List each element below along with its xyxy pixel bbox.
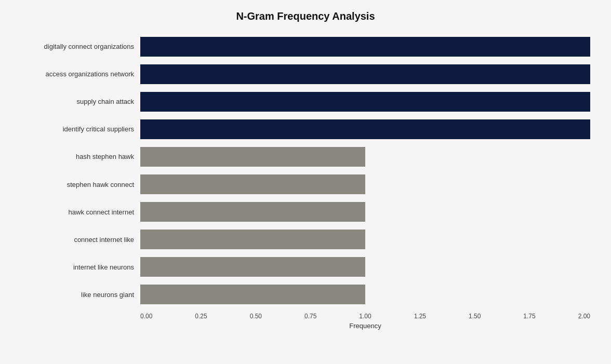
bar-row: internet like neurons [21, 253, 590, 281]
bar-label: digitally connect organizations [21, 43, 140, 50]
bar-track [140, 37, 590, 57]
bar-fill [140, 119, 590, 139]
x-tick: 0.75 [304, 313, 316, 320]
bar-label: supply chain attack [21, 98, 140, 105]
x-axis: 0.000.250.500.751.001.251.501.752.00 [140, 313, 590, 320]
x-tick: 1.00 [359, 313, 371, 320]
bar-fill [140, 92, 590, 112]
bar-label: like neurons giant [21, 291, 140, 299]
bar-row: hawk connect internet [21, 198, 590, 226]
x-axis-label: Frequency [140, 322, 590, 330]
bar-fill [140, 285, 365, 304]
chart-area: digitally connect organizationsaccess or… [21, 33, 590, 308]
x-tick: 0.50 [250, 313, 262, 320]
bar-track [140, 230, 590, 249]
x-tick: 1.75 [523, 313, 535, 320]
chart-container: N-Gram Frequency Analysis digitally conn… [0, 0, 611, 364]
bar-fill [140, 230, 365, 249]
x-tick: 0.00 [140, 313, 152, 320]
bar-row: connect internet like [21, 226, 590, 253]
bar-fill [140, 174, 365, 194]
chart-title: N-Gram Frequency Analysis [21, 10, 590, 22]
bar-row: access organizations network [21, 60, 590, 88]
bar-track [140, 285, 590, 304]
x-axis-ticks: 0.000.250.500.751.001.251.501.752.00 [140, 313, 590, 320]
bar-label: internet like neurons [21, 263, 140, 271]
bar-label: identify critical suppliers [21, 125, 140, 133]
bar-row: like neurons giant [21, 281, 590, 308]
bar-label: connect internet like [21, 236, 140, 244]
bar-track [140, 64, 590, 84]
bar-label: access organizations network [21, 70, 140, 78]
bar-track [140, 202, 590, 222]
bar-track [140, 92, 590, 112]
bar-fill [140, 64, 590, 84]
x-tick: 0.25 [195, 313, 207, 320]
bar-fill [140, 37, 590, 57]
bar-track [140, 257, 590, 277]
bar-row: stephen hawk connect [21, 170, 590, 198]
bar-fill [140, 257, 365, 277]
bar-label: stephen hawk connect [21, 181, 140, 188]
bar-row: hash stephen hawk [21, 143, 590, 170]
bar-fill [140, 202, 365, 222]
x-tick: 1.25 [414, 313, 426, 320]
bar-row: supply chain attack [21, 88, 590, 115]
bar-track [140, 147, 590, 167]
x-tick: 1.50 [469, 313, 481, 320]
x-tick: 2.00 [578, 313, 590, 320]
bar-fill [140, 147, 365, 167]
bar-track [140, 174, 590, 194]
bar-track [140, 119, 590, 139]
bar-label: hash stephen hawk [21, 153, 140, 160]
bar-row: digitally connect organizations [21, 33, 590, 60]
bar-row: identify critical suppliers [21, 115, 590, 143]
bar-label: hawk connect internet [21, 208, 140, 216]
